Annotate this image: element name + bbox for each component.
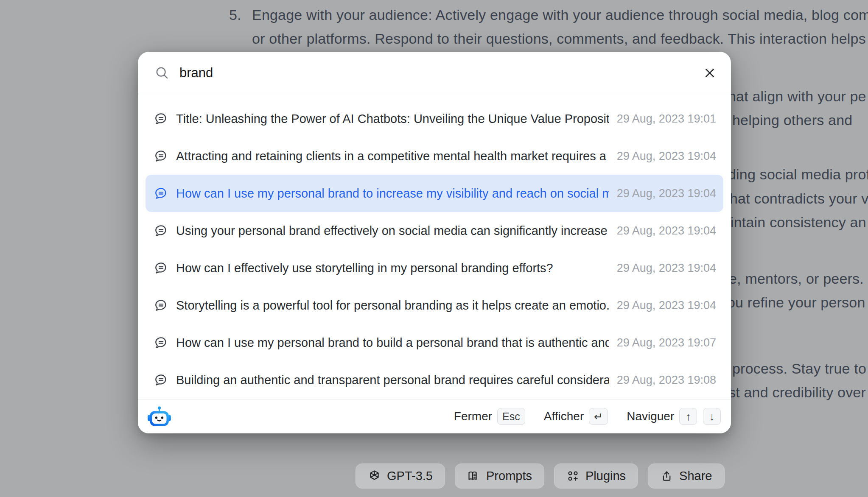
chat-bubble-icon bbox=[154, 224, 168, 238]
result-title: How can I use my personal brand to incre… bbox=[176, 187, 609, 201]
hint-close: Fermer Esc bbox=[454, 408, 525, 425]
search-result-row[interactable]: How can I effectively use storytelling i… bbox=[146, 249, 723, 287]
robot-mascot-icon bbox=[147, 406, 171, 427]
search-result-row[interactable]: Storytelling is a powerful tool for pers… bbox=[146, 287, 723, 324]
result-title: How can I effectively use storytelling i… bbox=[176, 261, 609, 275]
search-result-row-selected[interactable]: How can I use my personal brand to incre… bbox=[146, 175, 723, 212]
search-result-row[interactable]: How can I use my personal brand to build… bbox=[146, 324, 723, 361]
result-timestamp: 29 Aug, 2023 19:08 bbox=[617, 374, 716, 387]
hint-navigate: Naviguer ↑ ↓ bbox=[627, 408, 721, 425]
search-result-row[interactable]: Attracting and retaining clients in a co… bbox=[146, 137, 723, 175]
hint-navigate-label: Naviguer bbox=[627, 410, 674, 423]
result-title: Title: Unleashing the Power of AI Chatbo… bbox=[176, 112, 609, 126]
chat-bubble-icon bbox=[154, 261, 168, 275]
close-icon[interactable] bbox=[700, 64, 719, 82]
chat-bubble-icon bbox=[154, 299, 168, 313]
search-input[interactable] bbox=[179, 65, 691, 81]
enter-key-badge: ↵ bbox=[589, 408, 608, 425]
result-timestamp: 29 Aug, 2023 19:04 bbox=[617, 150, 716, 163]
search-icon bbox=[154, 65, 170, 81]
result-title: Storytelling is a powerful tool for pers… bbox=[176, 299, 609, 313]
chat-bubble-icon bbox=[154, 187, 168, 201]
arrow-down-key-badge: ↓ bbox=[703, 408, 721, 425]
chat-bubble-icon bbox=[154, 373, 168, 387]
result-title: Attracting and retaining clients in a co… bbox=[176, 149, 609, 163]
hint-open: Afficher ↵ bbox=[544, 408, 608, 425]
arrow-up-key-badge: ↑ bbox=[679, 408, 697, 425]
result-timestamp: 29 Aug, 2023 19:04 bbox=[617, 299, 716, 312]
result-title: How can I use my personal brand to build… bbox=[176, 336, 609, 350]
chat-bubble-icon bbox=[154, 112, 168, 126]
search-bar bbox=[138, 52, 731, 94]
search-results-list[interactable]: Title: Unleashing the Power of AI Chatbo… bbox=[138, 94, 731, 399]
chat-bubble-icon bbox=[154, 149, 168, 163]
search-result-row[interactable]: Title: Unleashing the Power of AI Chatbo… bbox=[146, 100, 723, 137]
result-timestamp: 29 Aug, 2023 19:04 bbox=[617, 262, 716, 275]
result-timestamp: 29 Aug, 2023 19:04 bbox=[617, 224, 716, 237]
result-timestamp: 29 Aug, 2023 19:07 bbox=[617, 336, 716, 349]
search-result-row[interactable]: Building an authentic and transparent pe… bbox=[146, 361, 723, 399]
modal-footer: Fermer Esc Afficher ↵ Naviguer ↑ ↓ bbox=[138, 399, 731, 433]
search-result-row[interactable]: Using your personal brand effectively on… bbox=[146, 212, 723, 249]
hint-close-label: Fermer bbox=[454, 410, 492, 423]
result-title: Building an authentic and transparent pe… bbox=[176, 373, 609, 387]
result-timestamp: 29 Aug, 2023 19:01 bbox=[617, 112, 716, 126]
keyboard-hints: Fermer Esc Afficher ↵ Naviguer ↑ ↓ bbox=[454, 408, 721, 425]
hint-open-label: Afficher bbox=[544, 410, 584, 423]
result-title: Using your personal brand effectively on… bbox=[176, 224, 609, 238]
chat-bubble-icon bbox=[154, 336, 168, 350]
esc-key-badge: Esc bbox=[497, 408, 525, 425]
conversation-search-modal: Title: Unleashing the Power of AI Chatbo… bbox=[138, 52, 731, 433]
result-timestamp: 29 Aug, 2023 19:04 bbox=[617, 187, 716, 200]
